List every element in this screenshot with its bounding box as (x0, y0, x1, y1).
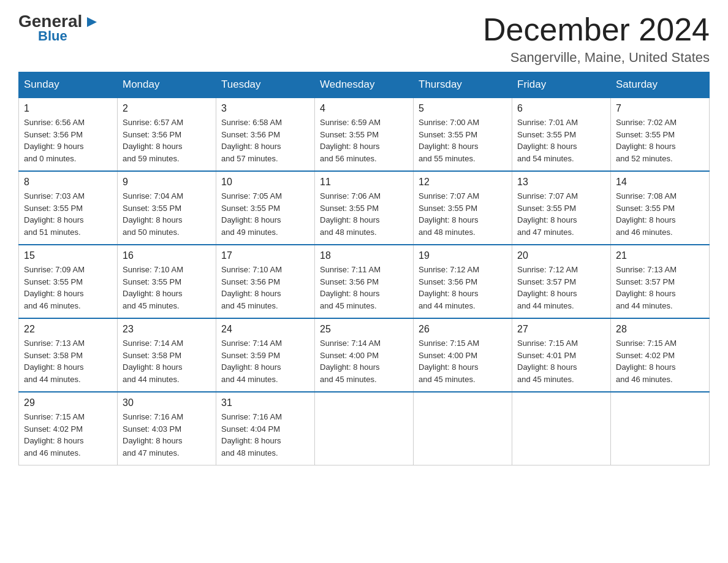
header-wednesday: Wednesday (315, 72, 414, 98)
day-info: Sunrise: 7:16 AMSunset: 4:04 PMDaylight:… (221, 411, 309, 459)
day-number: 23 (123, 324, 211, 335)
day-info: Sunrise: 7:14 AMSunset: 3:59 PMDaylight:… (221, 337, 309, 385)
day-number: 28 (616, 324, 704, 335)
day-info: Sunrise: 7:04 AMSunset: 3:55 PMDaylight:… (123, 190, 211, 238)
day-number: 7 (616, 103, 704, 114)
svg-marker-0 (87, 17, 97, 27)
day-info: Sunrise: 7:15 AMSunset: 4:02 PMDaylight:… (616, 337, 704, 385)
logo-arrow-icon (83, 13, 100, 31)
day-number: 9 (123, 177, 211, 188)
day-number: 24 (221, 324, 309, 335)
logo: General Blue (18, 12, 100, 44)
day-info: Sunrise: 7:13 AMSunset: 3:57 PMDaylight:… (616, 264, 704, 312)
header-monday: Monday (118, 72, 216, 98)
day-number: 30 (123, 397, 211, 408)
page-header: General Blue December 2024 Sangerville, … (18, 12, 710, 66)
day-info: Sunrise: 7:02 AMSunset: 3:55 PMDaylight:… (616, 117, 704, 164)
calendar-cell: 23Sunrise: 7:14 AMSunset: 3:58 PMDayligh… (118, 318, 216, 392)
day-number: 5 (419, 103, 507, 114)
calendar-cell: 2Sunrise: 6:57 AMSunset: 3:56 PMDaylight… (118, 98, 216, 171)
day-info: Sunrise: 6:57 AMSunset: 3:56 PMDaylight:… (123, 117, 211, 164)
calendar-table: SundayMondayTuesdayWednesdayThursdayFrid… (18, 72, 710, 465)
day-info: Sunrise: 7:13 AMSunset: 3:58 PMDaylight:… (24, 337, 112, 385)
title-block: December 2024 Sangerville, Maine, United… (483, 12, 710, 66)
month-title: December 2024 (483, 12, 710, 47)
day-info: Sunrise: 6:59 AMSunset: 3:55 PMDaylight:… (320, 117, 408, 164)
day-number: 2 (123, 103, 211, 114)
day-number: 31 (221, 397, 309, 408)
calendar-week-3: 15Sunrise: 7:09 AMSunset: 3:55 PMDayligh… (19, 245, 710, 318)
day-number: 11 (320, 177, 408, 188)
day-number: 18 (320, 250, 408, 261)
day-info: Sunrise: 7:03 AMSunset: 3:55 PMDaylight:… (24, 190, 112, 238)
calendar-week-5: 29Sunrise: 7:15 AMSunset: 4:02 PMDayligh… (19, 392, 710, 465)
day-info: Sunrise: 7:05 AMSunset: 3:55 PMDaylight:… (221, 190, 309, 238)
calendar-body: 1Sunrise: 6:56 AMSunset: 3:56 PMDaylight… (19, 98, 710, 465)
day-info: Sunrise: 7:14 AMSunset: 4:00 PMDaylight:… (320, 337, 408, 385)
calendar-cell: 26Sunrise: 7:15 AMSunset: 4:00 PMDayligh… (414, 318, 512, 392)
calendar-cell: 31Sunrise: 7:16 AMSunset: 4:04 PMDayligh… (216, 392, 315, 465)
day-number: 27 (517, 324, 605, 335)
day-number: 10 (221, 177, 309, 188)
day-number: 20 (517, 250, 605, 261)
day-info: Sunrise: 7:11 AMSunset: 3:56 PMDaylight:… (320, 264, 408, 312)
calendar-week-2: 8Sunrise: 7:03 AMSunset: 3:55 PMDaylight… (19, 171, 710, 245)
day-number: 13 (517, 177, 605, 188)
calendar-header-row: SundayMondayTuesdayWednesdayThursdayFrid… (19, 72, 710, 98)
calendar-cell: 12Sunrise: 7:07 AMSunset: 3:55 PMDayligh… (414, 171, 512, 245)
calendar-cell: 24Sunrise: 7:14 AMSunset: 3:59 PMDayligh… (216, 318, 315, 392)
calendar-cell: 11Sunrise: 7:06 AMSunset: 3:55 PMDayligh… (315, 171, 414, 245)
calendar-cell: 17Sunrise: 7:10 AMSunset: 3:56 PMDayligh… (216, 245, 315, 318)
calendar-cell: 14Sunrise: 7:08 AMSunset: 3:55 PMDayligh… (611, 171, 710, 245)
day-number: 29 (24, 397, 112, 408)
day-number: 1 (24, 103, 112, 114)
day-info: Sunrise: 7:15 AMSunset: 4:00 PMDaylight:… (419, 337, 507, 385)
day-number: 4 (320, 103, 408, 114)
day-info: Sunrise: 7:15 AMSunset: 4:01 PMDaylight:… (517, 337, 605, 385)
calendar-cell: 6Sunrise: 7:01 AMSunset: 3:55 PMDaylight… (512, 98, 611, 171)
calendar-cell: 21Sunrise: 7:13 AMSunset: 3:57 PMDayligh… (611, 245, 710, 318)
day-info: Sunrise: 7:16 AMSunset: 4:03 PMDaylight:… (123, 411, 211, 459)
day-info: Sunrise: 7:10 AMSunset: 3:55 PMDaylight:… (123, 264, 211, 312)
calendar-cell: 5Sunrise: 7:00 AMSunset: 3:55 PMDaylight… (414, 98, 512, 171)
location: Sangerville, Maine, United States (483, 50, 710, 66)
calendar-cell: 15Sunrise: 7:09 AMSunset: 3:55 PMDayligh… (19, 245, 118, 318)
calendar-cell: 4Sunrise: 6:59 AMSunset: 3:55 PMDaylight… (315, 98, 414, 171)
day-number: 17 (221, 250, 309, 261)
day-info: Sunrise: 7:10 AMSunset: 3:56 PMDaylight:… (221, 264, 309, 312)
day-number: 3 (221, 103, 309, 114)
calendar-cell: 20Sunrise: 7:12 AMSunset: 3:57 PMDayligh… (512, 245, 611, 318)
calendar-cell: 30Sunrise: 7:16 AMSunset: 4:03 PMDayligh… (118, 392, 216, 465)
calendar-cell: 7Sunrise: 7:02 AMSunset: 3:55 PMDaylight… (611, 98, 710, 171)
calendar-cell: 16Sunrise: 7:10 AMSunset: 3:55 PMDayligh… (118, 245, 216, 318)
day-info: Sunrise: 7:12 AMSunset: 3:56 PMDaylight:… (419, 264, 507, 312)
calendar-cell: 28Sunrise: 7:15 AMSunset: 4:02 PMDayligh… (611, 318, 710, 392)
day-number: 14 (616, 177, 704, 188)
day-number: 25 (320, 324, 408, 335)
logo-blue-text: Blue (38, 28, 67, 44)
calendar-cell (611, 392, 710, 465)
day-number: 22 (24, 324, 112, 335)
calendar-cell: 1Sunrise: 6:56 AMSunset: 3:56 PMDaylight… (19, 98, 118, 171)
header-saturday: Saturday (611, 72, 710, 98)
day-number: 15 (24, 250, 112, 261)
day-number: 21 (616, 250, 704, 261)
day-info: Sunrise: 7:12 AMSunset: 3:57 PMDaylight:… (517, 264, 605, 312)
day-info: Sunrise: 7:06 AMSunset: 3:55 PMDaylight:… (320, 190, 408, 238)
day-info: Sunrise: 7:08 AMSunset: 3:55 PMDaylight:… (616, 190, 704, 238)
calendar-cell: 18Sunrise: 7:11 AMSunset: 3:56 PMDayligh… (315, 245, 414, 318)
calendar-week-1: 1Sunrise: 6:56 AMSunset: 3:56 PMDaylight… (19, 98, 710, 171)
calendar-cell (414, 392, 512, 465)
day-number: 16 (123, 250, 211, 261)
day-info: Sunrise: 7:14 AMSunset: 3:58 PMDaylight:… (123, 337, 211, 385)
day-info: Sunrise: 6:58 AMSunset: 3:56 PMDaylight:… (221, 117, 309, 164)
calendar-cell: 22Sunrise: 7:13 AMSunset: 3:58 PMDayligh… (19, 318, 118, 392)
header-thursday: Thursday (414, 72, 512, 98)
logo-general-text: General (18, 13, 82, 30)
day-number: 26 (419, 324, 507, 335)
day-info: Sunrise: 7:15 AMSunset: 4:02 PMDaylight:… (24, 411, 112, 459)
calendar-week-4: 22Sunrise: 7:13 AMSunset: 3:58 PMDayligh… (19, 318, 710, 392)
header-tuesday: Tuesday (216, 72, 315, 98)
header-sunday: Sunday (19, 72, 118, 98)
day-info: Sunrise: 7:00 AMSunset: 3:55 PMDaylight:… (419, 117, 507, 164)
